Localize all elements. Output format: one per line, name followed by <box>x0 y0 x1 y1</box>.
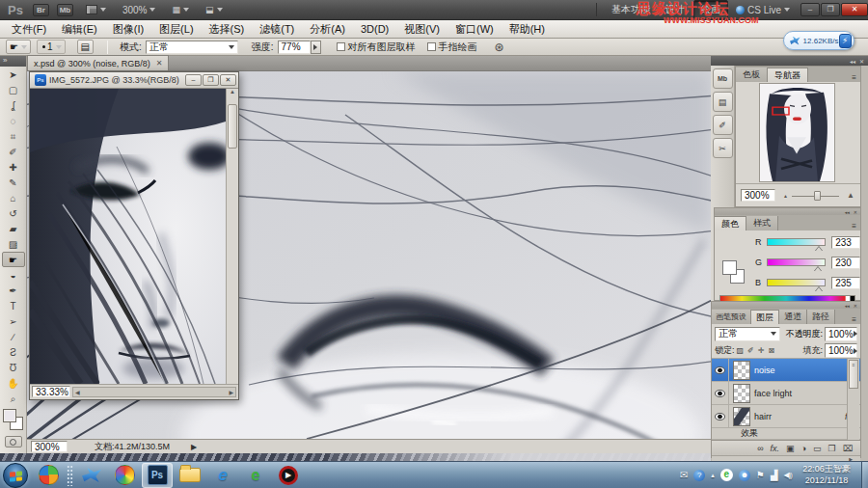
collapse-panels-icon[interactable]: ◂◂ <box>845 303 850 309</box>
view-extras-button[interactable]: ▦ <box>167 3 194 17</box>
dock-drag-bar[interactable]: ◂◂ ✕ <box>711 56 868 66</box>
tab-swatches[interactable]: 色板 <box>736 68 768 82</box>
hand-tool[interactable]: ✋ <box>2 375 25 391</box>
floating-vertical-scrollbar[interactable]: ▲ <box>226 89 238 384</box>
floating-minimize-button[interactable]: – <box>185 74 202 86</box>
opacity-input[interactable]: 100% <box>825 327 857 341</box>
launch-bridge-button[interactable]: Br <box>33 4 49 16</box>
healing-brush-tool[interactable]: ✚ <box>2 159 25 175</box>
taskbar-clock[interactable]: 22:06王智豪 2012/11/18 <box>800 464 854 486</box>
zoom-in-icon[interactable]: ▲ <box>847 191 854 200</box>
red-channel-slider[interactable] <box>767 238 826 246</box>
taskbar-icon-player[interactable]: ▶ <box>273 463 304 488</box>
3d-rotate-tool[interactable]: Ƨ <box>2 344 25 360</box>
taskbar-icon-bird[interactable] <box>76 463 107 488</box>
scrollbar-thumb[interactable] <box>228 104 237 149</box>
floating-close-button[interactable]: ✕ <box>220 74 236 86</box>
panel-menu-icon[interactable]: ≡ <box>848 315 860 324</box>
floating-window-titlebar[interactable]: Ps IMG_5572.JPG @ 33.3%(RGB/8) – ❐ ✕ <box>30 72 238 89</box>
3d-orbit-tool[interactable]: Ʊ <box>2 360 25 375</box>
navigator-zoom-input[interactable]: 300% <box>741 189 775 202</box>
floating-maximize-button[interactable]: ❐ <box>203 74 219 86</box>
brush-presets-panel-button[interactable]: ▤ <box>713 92 733 112</box>
layer-row-noise[interactable]: noise <box>712 359 860 382</box>
floating-horizontal-scrollbar[interactable]: ◀▶ <box>72 387 236 397</box>
layer-style-icon[interactable]: fx. <box>771 444 780 453</box>
layer-group-icon[interactable]: ▭ <box>813 444 822 453</box>
delete-layer-icon[interactable]: ⌧ <box>843 444 853 453</box>
lock-all-icon[interactable]: ⊠ <box>768 346 774 355</box>
tab-styles[interactable]: 样式 <box>746 216 778 230</box>
navigator-zoom-slider[interactable] <box>792 190 839 202</box>
fill-input[interactable]: 100% <box>825 343 857 358</box>
new-layer-icon[interactable]: ❐ <box>828 444 836 453</box>
tray-expand-arrow[interactable]: ▴ <box>711 472 715 479</box>
slider-thumb[interactable] <box>815 287 823 292</box>
taskbar-icon-photoshop[interactable]: Ps <box>142 463 173 488</box>
visibility-toggle[interactable] <box>712 359 729 382</box>
gradient-tool[interactable]: ▨ <box>2 236 25 252</box>
eyedropper-tool[interactable]: ✐ <box>2 144 25 159</box>
collapse-panels-icon[interactable]: ◂◂ <box>845 209 850 215</box>
tray-help-icon[interactable]: ? <box>693 470 705 481</box>
layer-thumbnail[interactable] <box>733 361 750 380</box>
layer-mask-icon[interactable]: ▣ <box>786 444 795 453</box>
lock-transparency-icon[interactable]: ▨ <box>737 346 745 355</box>
foreground-color-swatch[interactable] <box>722 260 737 275</box>
quick-select-tool[interactable]: ◌ <box>2 113 25 128</box>
layer-row-face-light[interactable]: face lright <box>712 382 860 405</box>
adjustment-layer-icon[interactable]: ◑ <box>801 444 806 453</box>
slider-thumb[interactable] <box>815 247 823 252</box>
clone-source-panel-button[interactable]: ✂ <box>713 138 733 158</box>
cs-live-button[interactable]: CS Live <box>736 5 790 15</box>
link-layers-icon[interactable]: ∞ <box>757 444 763 453</box>
zoom-out-icon[interactable]: ▲ <box>783 193 788 199</box>
menu-help[interactable]: 帮助(H) <box>502 22 553 37</box>
tray-user-icon[interactable]: ☻ <box>739 470 750 481</box>
lasso-tool[interactable]: ʆ <box>2 97 25 113</box>
menu-filter[interactable]: 滤镜(T) <box>252 22 302 37</box>
tab-brush-presets[interactable]: 画笔预设 <box>712 310 751 324</box>
workspace-essentials-button[interactable]: 基本功能 <box>605 1 657 18</box>
restore-button[interactable]: ❐ <box>821 3 840 16</box>
tray-network-icon[interactable]: ▟ <box>771 470 778 480</box>
type-tool[interactable]: T <box>2 298 25 313</box>
dodge-tool[interactable]: ◒ <box>2 267 25 283</box>
blue-channel-slider[interactable] <box>767 279 826 286</box>
document-tab[interactable]: x.psd @ 300% (noise, RGB/8) ✕ <box>27 55 169 70</box>
path-select-tool[interactable]: ➢ <box>2 313 25 329</box>
tray-volume-icon[interactable]: ◀)) <box>784 471 792 479</box>
collapse-panels-icon[interactable]: ◂◂ <box>850 58 855 65</box>
screen-mode-button[interactable]: ⬓ <box>201 3 228 17</box>
menu-layer[interactable]: 图层(L) <box>151 22 201 37</box>
close-panel-icon[interactable]: ✕ <box>859 58 864 65</box>
workspace-design-button[interactable]: 设计 <box>659 1 692 18</box>
history-brush-tool[interactable]: ↺ <box>2 205 25 221</box>
panel-menu-icon[interactable]: ≡ <box>848 222 860 230</box>
red-channel-value[interactable]: 233 <box>831 236 860 249</box>
pen-tool[interactable]: ✒ <box>2 283 25 298</box>
menu-view[interactable]: 视图(V) <box>396 22 448 37</box>
layer-thumbnail[interactable] <box>733 384 750 403</box>
menu-select[interactable]: 选择(S) <box>202 22 253 37</box>
zoom-level-select[interactable]: 300% <box>118 3 161 17</box>
taskbar-icon-360[interactable] <box>33 463 64 488</box>
tray-flag-icon[interactable]: ⚑ <box>756 470 765 480</box>
scrollbar-thumb[interactable]: ≡ <box>849 360 858 389</box>
tools-panel-collapse-button[interactable]: » <box>0 56 26 67</box>
arrange-documents-button[interactable] <box>81 3 111 17</box>
layers-scrollbar[interactable]: ≡ <box>847 359 859 440</box>
navigator-preview[interactable] <box>736 82 860 183</box>
clone-stamp-tool[interactable]: ⌂ <box>2 190 25 205</box>
blend-mode-select[interactable]: 正常 <box>146 41 238 54</box>
menu-3d[interactable]: 3D(D) <box>353 23 396 35</box>
color-group-bar[interactable]: ◂◂ ✕ <box>715 208 860 215</box>
green-channel-value[interactable]: 230 <box>831 257 860 269</box>
close-panel-icon[interactable]: ✕ <box>854 303 857 309</box>
menu-analysis[interactable]: 分析(A) <box>302 22 353 37</box>
eraser-tool[interactable]: ▰ <box>2 221 25 236</box>
visibility-toggle[interactable] <box>712 382 729 405</box>
blue-channel-value[interactable]: 235 <box>831 277 860 289</box>
slider-thumb[interactable] <box>814 267 822 272</box>
slider-thumb[interactable] <box>814 191 821 201</box>
